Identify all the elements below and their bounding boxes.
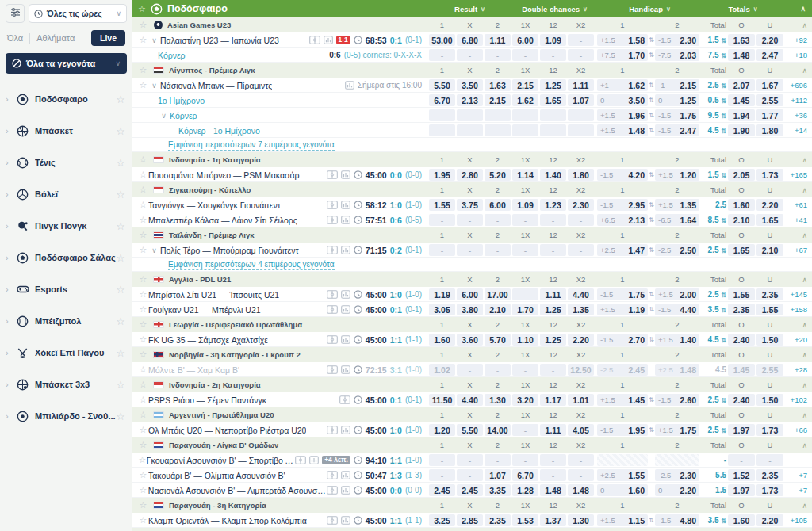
handicap-stepper-icon[interactable]: ⇅: [648, 216, 655, 223]
odds-cell-x[interactable]: 2.85: [457, 514, 483, 526]
more-markets-count[interactable]: +28: [783, 365, 807, 374]
pitch-icon[interactable]: [327, 486, 338, 495]
over-cell[interactable]: 2.05: [728, 169, 755, 181]
pitch-icon[interactable]: [327, 201, 338, 209]
over-cell[interactable]: 1.45: [728, 364, 755, 376]
match-row[interactable]: ☆Ολ Μπόις U20 — Ντεπορτίβο Ριέστρα U2045…: [132, 422, 812, 437]
total-stepper-icon[interactable]: ⇅: [721, 37, 726, 44]
sidebar-sport-item[interactable]: ›Μπάσκετ 3x3☆: [6, 369, 127, 400]
handicap1-cell[interactable]: +2.51.47: [597, 244, 648, 256]
handicap-stepper-icon[interactable]: ⇅: [648, 246, 655, 254]
total-line[interactable]: 3.5 ⇅: [699, 305, 726, 314]
handicap1-cell[interactable]: -1.51.75: [597, 288, 648, 300]
match-row[interactable]: ☆FK UG 35 — Σάμτσχε Αχαλτσίχε45:001:1(1-…: [132, 332, 812, 347]
handicap-stepper-icon[interactable]: ⇅: [648, 291, 655, 298]
all-events-dropdown[interactable]: Όλα τα γεγονότα ∨: [6, 53, 127, 74]
sidebar-sport-item[interactable]: ›Βόλεϊ☆: [6, 178, 127, 210]
handicap1-cell[interactable]: +7.51.70: [597, 49, 648, 61]
pitch-icon[interactable]: [327, 426, 338, 434]
total-line[interactable]: 1.5 ⇅: [699, 36, 726, 44]
odds-cell-x[interactable]: 3.60: [457, 334, 483, 346]
over-cell[interactable]: 1.60: [728, 514, 755, 526]
total-line[interactable]: 2.5: [699, 201, 726, 209]
favorite-star-icon[interactable]: ☆: [116, 189, 125, 201]
odds-cell-x2[interactable]: 1.11: [568, 79, 594, 91]
more-markets-count[interactable]: +67: [783, 246, 807, 254]
tab-all[interactable]: Όλα: [7, 33, 23, 43]
odds-cell-2[interactable]: 1.63: [485, 79, 511, 91]
odds-cell-1x[interactable]: 1.10: [512, 334, 538, 346]
collapse-league-icon[interactable]: ∧: [783, 381, 807, 389]
odds-cell-1x[interactable]: -: [512, 288, 538, 300]
total-line[interactable]: 2.5 ⇅: [699, 426, 726, 434]
odds-cell-1[interactable]: 1.20: [429, 424, 455, 436]
handicap-stepper-icon[interactable]: ⇅: [648, 171, 655, 178]
under-cell[interactable]: 2.35: [756, 469, 783, 481]
odds-cell-x[interactable]: -: [457, 244, 483, 256]
odds-cell-x2[interactable]: 1.07: [568, 94, 594, 106]
favorite-star-icon[interactable]: ☆: [138, 246, 148, 254]
total-line[interactable]: 4.5 ⇅: [699, 335, 726, 344]
match-row[interactable]: ☆Τακουάρι Β' — Ολίμπια Ασουνσιόν Β'50:47…: [132, 468, 812, 483]
odds-cell-x2[interactable]: 4.05: [568, 424, 594, 436]
handicap-stepper-icon[interactable]: ⇅: [648, 201, 655, 208]
pitch-icon[interactable]: [327, 170, 338, 179]
expand-chevron-icon[interactable]: ∨: [148, 82, 160, 90]
handicap2-cell[interactable]: -6.51.64: [655, 214, 699, 226]
over-cell[interactable]: 1.90: [728, 124, 755, 136]
total-line[interactable]: 1.5 ⇅: [699, 170, 726, 179]
odds-cell-1[interactable]: 53.00: [429, 34, 455, 46]
over-cell[interactable]: 2.35: [728, 304, 755, 315]
stats-icon[interactable]: [341, 471, 350, 479]
pitch-icon[interactable]: [327, 290, 338, 299]
pitch-icon[interactable]: [309, 36, 320, 44]
handicap1-cell[interactable]: +1.51.48: [597, 124, 648, 136]
over-cell[interactable]: 1.55: [728, 288, 755, 300]
handicap-stepper-icon[interactable]: ⇅: [648, 97, 655, 104]
under-cell[interactable]: 2.47: [756, 49, 783, 61]
over-cell[interactable]: 2.10: [728, 214, 755, 226]
handicap1-cell[interactable]: -1.52.95: [597, 199, 648, 211]
expand-chevron-icon[interactable]: ∨: [148, 36, 160, 44]
stats-icon[interactable]: [341, 201, 350, 209]
favorite-star-icon[interactable]: ☆: [138, 185, 148, 194]
handicap2-cell[interactable]: -2.52.30: [655, 469, 699, 481]
sidebar-sport-item[interactable]: ›Μπάσκετ☆: [6, 115, 127, 147]
favorite-star-icon[interactable]: ☆: [138, 305, 148, 314]
total-line[interactable]: 8.5 ⇅: [699, 216, 726, 224]
odds-cell-x2[interactable]: -: [568, 454, 594, 466]
pitch-icon[interactable]: [327, 305, 338, 314]
sidebar-sport-item[interactable]: ›Πινγκ Πονγκ☆: [6, 210, 127, 242]
odds-cell-x[interactable]: -: [457, 124, 483, 136]
odds-cell-x2[interactable]: 12.50: [568, 364, 594, 376]
collapse-league-icon[interactable]: ∧: [783, 186, 807, 194]
match-row[interactable]: ☆Νασιονάλ Ασουνσιόν Β' — Λιμπερτάδ Ασουν…: [132, 483, 812, 498]
total-stepper-icon[interactable]: ⇅: [721, 397, 726, 404]
odds-cell-12[interactable]: -: [540, 124, 566, 136]
favorite-star-icon[interactable]: ☆: [138, 155, 148, 164]
total-stepper-icon[interactable]: ⇅: [721, 82, 726, 90]
handicap-stepper-icon[interactable]: ⇅: [648, 396, 655, 403]
total-line[interactable]: 4.5: [699, 365, 726, 374]
handicap2-cell[interactable]: +1.51.40: [655, 334, 699, 346]
favorite-star-icon[interactable]: ☆: [138, 201, 148, 209]
favorite-star-icon[interactable]: ☆: [138, 456, 147, 464]
odds-cell-x[interactable]: -: [457, 454, 483, 466]
odds-cell-1x[interactable]: -: [512, 109, 538, 121]
total-stepper-icon[interactable]: ⇅: [721, 217, 726, 224]
favorite-star-icon[interactable]: ☆: [138, 290, 148, 299]
favorite-star-icon[interactable]: ☆: [116, 379, 125, 391]
favorite-star-icon[interactable]: ☆: [138, 81, 148, 90]
handicap1-cell[interactable]: -1.54.20: [597, 169, 648, 181]
odds-cell-1x[interactable]: 2.15: [512, 79, 538, 91]
odds-cell-1x[interactable]: 3.20: [512, 394, 538, 406]
favorite-star-icon[interactable]: ☆: [138, 170, 148, 179]
odds-cell-1x[interactable]: -: [512, 364, 538, 376]
match-row[interactable]: ☆Γουίγκαν U21 — Μπέρνλι U2145:000:1(0-1)…: [132, 302, 812, 317]
favorite-star-icon[interactable]: ☆: [116, 411, 125, 422]
more-markets-count[interactable]: +165: [783, 170, 807, 179]
under-cell[interactable]: 2.35: [756, 288, 783, 300]
more-markets-count[interactable]: +66: [783, 426, 807, 434]
odds-cell-1[interactable]: 1.55: [429, 199, 455, 211]
match-row[interactable]: ☆Τανγιόνγκ — Χουγκάνγκ Γιουνάιτεντ58:121…: [132, 197, 812, 212]
